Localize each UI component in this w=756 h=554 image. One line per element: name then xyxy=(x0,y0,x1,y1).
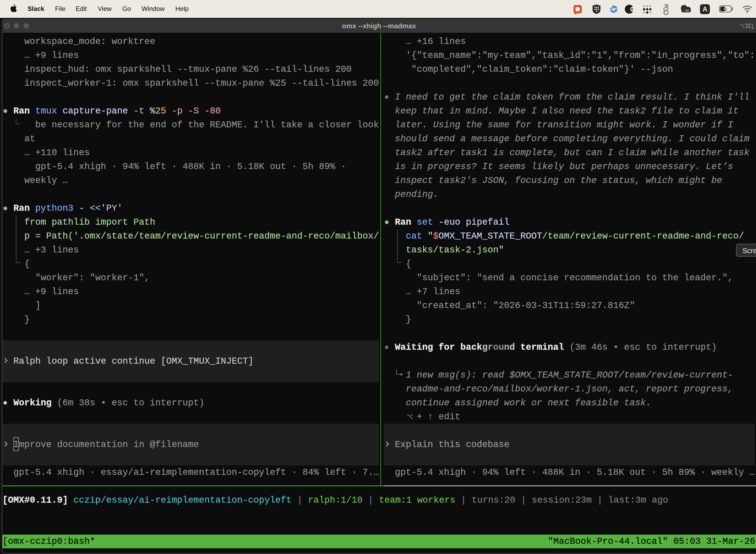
svg-text:..61: ..61 xyxy=(684,9,689,12)
